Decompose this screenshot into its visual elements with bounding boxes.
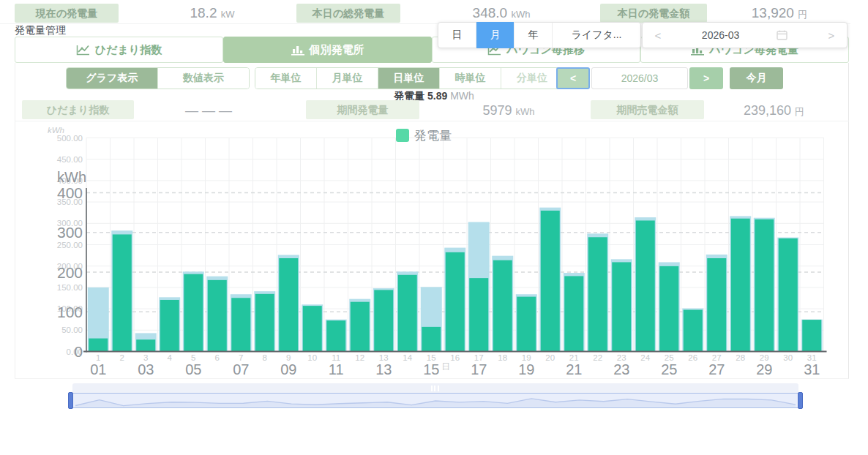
datazoom-strip[interactable] <box>72 383 798 393</box>
svg-text:31: 31 <box>804 361 820 377</box>
current-month-button[interactable]: 今月 <box>730 67 783 89</box>
period-generation-badge: 期間発電量 <box>306 100 419 119</box>
today-total-value: 348.0 kWh <box>450 4 553 22</box>
datazoom-shadow <box>70 393 801 408</box>
svg-text:15: 15 <box>423 361 439 377</box>
svg-text:07: 07 <box>233 361 249 377</box>
year-unit-button[interactable]: 年単位 <box>255 68 317 89</box>
tab-label: 個別発電所 <box>310 43 364 57</box>
period-segment-popup: 日 月 年 ライフタ... <box>438 22 641 48</box>
svg-text:25: 25 <box>661 361 677 377</box>
graph-view-button[interactable]: グラフ表示 <box>67 68 158 89</box>
segment-year[interactable]: 年 <box>515 23 553 48</box>
current-power-badge: 現在の発電量 <box>15 4 119 23</box>
today-amount-value: 13,920 円 <box>739 4 820 22</box>
period-revenue-number: 239,160 <box>744 103 791 118</box>
svg-text:30: 30 <box>783 353 793 362</box>
day-unit-button[interactable]: 日単位 <box>378 68 440 89</box>
today-amount-number: 13,920 <box>752 5 794 20</box>
prev-period-button[interactable]: < <box>556 67 590 89</box>
svg-text:200: 200 <box>57 264 83 281</box>
line-chart-icon <box>76 45 90 56</box>
svg-text:17: 17 <box>471 361 487 377</box>
svg-text:03: 03 <box>138 361 154 377</box>
svg-text:8: 8 <box>263 353 267 362</box>
svg-text:09: 09 <box>280 361 296 377</box>
segment-lifetime[interactable]: ライフタ... <box>553 23 640 48</box>
tab-hidamari-index[interactable]: ひだまり指数 <box>15 37 223 63</box>
view-mode-group: グラフ表示 数値表示 <box>66 67 250 89</box>
svg-text:kWh: kWh <box>57 169 86 185</box>
svg-text:28: 28 <box>736 353 745 362</box>
period-revenue-value: 239,160 円 <box>728 102 820 119</box>
current-power-value: 18.2 kW <box>165 4 260 22</box>
svg-text:150.00: 150.00 <box>57 283 83 292</box>
svg-text:250.00: 250.00 <box>57 241 83 249</box>
svg-text:450.00: 450.00 <box>57 155 83 164</box>
svg-text:11: 11 <box>329 361 344 377</box>
hidamari-index-value: ― ― ― <box>168 102 249 119</box>
svg-text:29: 29 <box>756 361 772 377</box>
segment-day[interactable]: 日 <box>438 23 476 48</box>
svg-text:23: 23 <box>613 361 629 377</box>
today-total-number: 348.0 <box>473 5 508 20</box>
today-total-badge: 本日の総発電量 <box>296 4 400 23</box>
bar-chart-icon <box>291 45 304 56</box>
current-power-unit: kW <box>221 9 235 20</box>
hour-unit-button[interactable]: 時単位 <box>440 68 501 89</box>
svg-text:01: 01 <box>90 361 106 377</box>
datazoom-left-handle[interactable] <box>68 392 73 409</box>
today-amount-badge: 本日の発電金額 <box>600 4 707 23</box>
generation-bar-chart: 0.0050.00100.00150.00200.00250.00300.003… <box>15 121 849 379</box>
period-revenue-unit: 円 <box>795 106 804 117</box>
datazoom-slider[interactable] <box>70 383 801 408</box>
next-period-button[interactable]: > <box>689 67 723 89</box>
period-value-field[interactable]: 2026/03 <box>591 67 688 89</box>
svg-text:20: 20 <box>545 353 555 362</box>
period-generation-number: 5979 <box>482 103 512 118</box>
svg-text:22: 22 <box>593 353 602 362</box>
hidamari-index-number: ― ― ― <box>185 103 232 118</box>
svg-text:4: 4 <box>168 353 173 362</box>
svg-text:24: 24 <box>640 353 650 362</box>
tab-individual-plant[interactable]: 個別発電所 <box>223 37 432 63</box>
svg-text:05: 05 <box>185 361 201 377</box>
svg-text:26: 26 <box>688 353 697 362</box>
svg-text:100: 100 <box>57 304 83 320</box>
svg-text:400: 400 <box>57 184 83 201</box>
today-amount-unit: 円 <box>798 9 807 20</box>
segment-month[interactable]: 月 <box>476 22 515 48</box>
tooltip-unit: MWh <box>450 90 474 102</box>
svg-text:21: 21 <box>566 361 582 377</box>
datazoom-right-handle[interactable] <box>798 392 803 409</box>
page-title: 発電量管理 <box>15 24 66 37</box>
svg-text:300: 300 <box>57 224 83 241</box>
selected-month-value[interactable]: 2026-03 <box>702 29 739 41</box>
power-generation-dashboard: 現在の発電量 18.2 kW 本日の総発電量 348.0 kWh 本日の発電金額… <box>0 0 868 455</box>
numeric-view-button[interactable]: 数値表示 <box>158 68 250 89</box>
month-unit-button[interactable]: 月単位 <box>317 68 378 89</box>
svg-text:16: 16 <box>450 353 460 362</box>
svg-text:日: 日 <box>441 362 450 371</box>
prev-month-arrow[interactable]: < <box>651 29 665 42</box>
svg-text:0: 0 <box>74 343 83 360</box>
minute-unit-button[interactable]: 分単位 <box>501 68 563 89</box>
current-power-number: 18.2 <box>190 5 217 20</box>
svg-text:50.00: 50.00 <box>61 326 83 334</box>
svg-text:6: 6 <box>215 353 220 362</box>
svg-text:発電量: 発電量 <box>414 129 452 143</box>
svg-text:18: 18 <box>498 353 507 362</box>
period-revenue-badge: 期間売電金額 <box>591 100 704 119</box>
period-generation-unit: kWh <box>516 106 535 117</box>
next-month-arrow[interactable]: > <box>825 29 838 42</box>
calendar-icon[interactable] <box>777 30 787 40</box>
tooltip-value: 5.89 <box>427 90 447 102</box>
time-unit-group: 年単位 月単位 日単位 時単位 分単位 <box>255 67 564 89</box>
svg-text:12: 12 <box>355 353 364 362</box>
datazoom-grip-icon[interactable] <box>429 386 441 391</box>
svg-text:2: 2 <box>120 353 124 362</box>
svg-text:13: 13 <box>375 361 392 377</box>
svg-text:10: 10 <box>307 353 317 362</box>
svg-text:19: 19 <box>518 361 534 377</box>
today-total-unit: kWh <box>511 9 530 20</box>
